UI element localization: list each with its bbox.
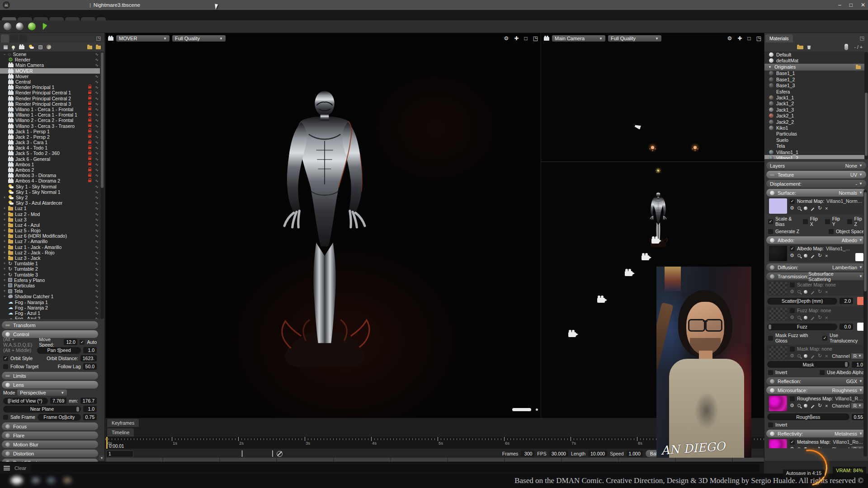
near-plane-slider[interactable]: Near Plane xyxy=(3,406,81,413)
scatter-map-thumbnail[interactable] xyxy=(769,282,787,295)
mask-channel-dropdown[interactable]: R▼ xyxy=(851,353,863,359)
scene-tree-row[interactable]: Central ∿ xyxy=(0,79,100,84)
menu-item[interactable] xyxy=(46,1,54,9)
scene-tree-row[interactable]: Fog - Azul 2 ∿ xyxy=(0,316,100,319)
playhead[interactable] xyxy=(106,437,108,449)
viewport1-quality-dropdown[interactable]: Full Quality▼ xyxy=(172,35,226,42)
viewport-maximize-icon[interactable]: □ xyxy=(747,35,750,42)
map-clear-icon[interactable]: × xyxy=(825,446,828,449)
expand-toggle[interactable]: + xyxy=(3,217,6,222)
skull-icon[interactable]: ☠ xyxy=(3,1,10,9)
lamp-object-icon[interactable] xyxy=(651,146,654,149)
scatter-depth-value[interactable]: 2.0 xyxy=(840,298,853,304)
map-reload-icon[interactable]: ↻ xyxy=(818,353,822,359)
use-albedo-alpha-checkbox[interactable] xyxy=(820,370,825,375)
animation-curve-icon[interactable]: ∿ xyxy=(94,74,100,79)
map-preview-icon[interactable] xyxy=(804,316,807,319)
scene-tree-row[interactable]: Jack 3 - Cara 1 ∿ xyxy=(0,140,100,145)
active-sphere-icon[interactable] xyxy=(28,23,36,30)
sun-light-icon[interactable]: ☀ xyxy=(655,167,661,175)
preview-capsule-icon[interactable] xyxy=(844,44,848,50)
taskbar-icon-blur[interactable] xyxy=(63,477,71,483)
expand-toggle[interactable]: + xyxy=(3,272,6,277)
scene-tree-row[interactable]: Ambos 1 ∿ xyxy=(0,162,100,167)
scene-tree-row[interactable]: + Luz 7 - Amarillo ∿ xyxy=(0,239,100,244)
map-edit-icon[interactable] xyxy=(811,317,814,320)
metalness-map-thumbnail[interactable] xyxy=(769,439,787,448)
map-clear-icon[interactable]: × xyxy=(825,315,828,320)
fuzz-value[interactable]: 0.0 xyxy=(840,324,853,330)
expand-toggle[interactable]: + xyxy=(3,250,6,255)
map-clear-icon[interactable]: × xyxy=(825,353,828,359)
animation-curve-icon[interactable]: ∿ xyxy=(94,107,100,112)
animation-curve-icon[interactable]: ∿ xyxy=(94,289,100,293)
lens-section-header[interactable]: Lens xyxy=(2,381,98,389)
expand-toggle[interactable]: + xyxy=(3,206,6,211)
animation-curve-icon[interactable]: ∿ xyxy=(94,234,100,238)
map-preview-icon[interactable] xyxy=(804,206,807,210)
map-search-icon[interactable] xyxy=(797,254,801,257)
material-row[interactable]: Jack1_2 xyxy=(764,101,864,107)
animation-curve-icon[interactable]: ∿ xyxy=(94,195,100,200)
minimize-button[interactable]: – xyxy=(838,2,841,8)
pan-speed-value[interactable]: 1.0 xyxy=(83,347,97,353)
viewport2-camera-dropdown[interactable]: Main Camera▼ xyxy=(552,35,605,42)
fuzz-map-thumbnail[interactable] xyxy=(769,308,787,320)
mask-fuzz-gloss-checkbox[interactable] xyxy=(768,336,773,341)
animation-curve-icon[interactable]: ∿ xyxy=(94,63,100,67)
follow-target-checkbox[interactable] xyxy=(3,364,8,369)
taskbar-icon-blur[interactable] xyxy=(11,476,23,484)
animation-curve-icon[interactable]: ∿ xyxy=(94,212,100,216)
animation-curve-icon[interactable]: ∿ xyxy=(94,151,100,155)
animation-curve-icon[interactable]: ∿ xyxy=(94,52,100,56)
camera-object-icon[interactable] xyxy=(597,298,605,303)
console-icon[interactable] xyxy=(4,466,10,470)
animation-curve-icon[interactable]: ∿ xyxy=(94,311,100,315)
material-row[interactable]: Jack1_3 xyxy=(764,107,864,113)
animation-curve-icon[interactable]: ∿ xyxy=(94,85,100,89)
lock-icon[interactable] xyxy=(88,97,92,100)
transmission-section-header[interactable]: Transmission:Subsurface Scattering▼ xyxy=(766,272,866,280)
frame-opacity-value[interactable]: 0.75 xyxy=(83,414,97,420)
animation-curve-icon[interactable]: ∿ xyxy=(94,57,100,62)
animation-curve-icon[interactable]: ∿ xyxy=(94,69,100,73)
animation-curve-icon[interactable]: ∿ xyxy=(94,157,100,161)
orbit-distance-value[interactable]: 1623. xyxy=(80,355,97,361)
reflectivity-section-header[interactable]: Reflectivity:Metalness▼ xyxy=(766,430,866,437)
expand-toggle[interactable]: + xyxy=(3,283,6,288)
fuzz-map-checkbox[interactable] xyxy=(790,308,795,313)
map-settings-icon[interactable]: ⚙ xyxy=(790,403,794,408)
expand-toggle[interactable]: + xyxy=(3,223,6,227)
scene-tree-row[interactable]: + Sky 2 ∿ xyxy=(0,195,100,200)
spotlight-object-icon[interactable] xyxy=(634,124,641,130)
fov-slider[interactable]: Field of View (°) xyxy=(3,398,48,404)
viewport-popout-icon[interactable]: ◳ xyxy=(756,35,761,42)
scene-tree-row[interactable]: + Esfera y Plano ∿ xyxy=(0,277,100,283)
animation-curve-icon[interactable]: ∿ xyxy=(94,102,100,106)
animation-curve-icon[interactable]: ∿ xyxy=(94,190,100,194)
delete-material-icon[interactable] xyxy=(807,45,811,49)
displacement-section-header[interactable]: Displacement:-▼ xyxy=(766,180,866,188)
animation-curve-icon[interactable]: ∿ xyxy=(94,113,100,117)
length-value[interactable]: 10.000 xyxy=(588,450,607,457)
expand-toggle[interactable]: + xyxy=(3,294,6,299)
mask-map-checkbox[interactable] xyxy=(790,347,795,352)
material-sphere-icon[interactable] xyxy=(16,23,24,30)
material-row[interactable]: Villano1_1 xyxy=(764,149,864,155)
menu-item[interactable] xyxy=(30,1,38,9)
scene-tree-row[interactable]: Jack 4 - Todo 1 ∿ xyxy=(0,145,100,150)
map-reload-icon[interactable]: ↻ xyxy=(818,403,822,408)
projection-mode-dropdown[interactable]: Perspective▼ xyxy=(17,389,67,396)
animation-curve-icon[interactable]: ∿ xyxy=(94,261,100,266)
object-space-checkbox[interactable] xyxy=(829,229,834,234)
expand-toggle[interactable]: + xyxy=(3,278,6,282)
lock-icon[interactable] xyxy=(88,86,92,89)
mask-slider[interactable]: Mask xyxy=(767,361,849,368)
animation-curve-icon[interactable]: ∿ xyxy=(94,228,100,233)
map-preview-icon[interactable] xyxy=(804,254,807,258)
animation-curve-icon[interactable]: ∿ xyxy=(94,178,100,183)
scene-tree-row[interactable]: Render Principal Central 2 ∿ xyxy=(0,96,100,101)
expand-toggle[interactable]: + xyxy=(3,267,6,271)
expand-toggle[interactable]: + xyxy=(3,261,6,266)
material-row[interactable]: defaultMat xyxy=(764,57,864,63)
